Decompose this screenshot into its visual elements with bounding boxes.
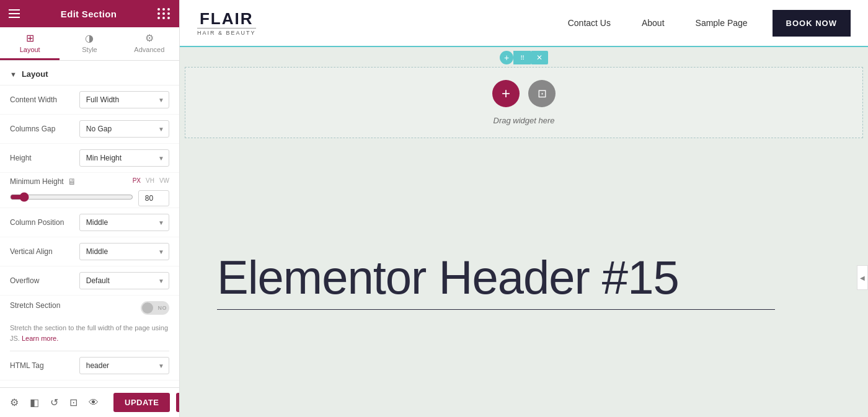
overflow-row: Overflow Default Hidden ▼ [0,266,179,296]
advanced-tab-icon: ⚙ [145,33,154,43]
section-toolbar: + ⠿ ✕ [180,47,868,67]
empty-section-buttons: + ⊡ [492,80,556,107]
minimum-height-slider[interactable] [10,192,133,202]
style-tab-icon: ◑ [85,33,94,43]
columns-gap-select-wrap: No Gap Narrow Default ▼ [79,120,169,138]
html-tag-label: HTML Tag [10,361,74,370]
column-position-label: Column Position [10,218,74,227]
overflow-select[interactable]: Default Hidden [79,272,169,289]
nav-link-about[interactable]: About [636,18,671,28]
vertical-align-select-wrap: Top Middle Bottom ▼ [79,243,169,260]
layout-tab-icon: ⊞ [26,33,34,43]
columns-gap-label: Columns Gap [10,125,74,133]
add-widget-button[interactable]: + [492,80,520,107]
height-select[interactable]: Default Fit to Screen Min Height [79,149,169,167]
tab-advanced-label: Advanced [134,46,164,53]
update-button[interactable]: UPDATE [113,393,170,412]
vertical-align-row: Vertical Align Top Middle Bottom ▼ [0,237,179,266]
layers-icon[interactable]: ◧ [27,394,42,411]
height-select-wrap: Default Fit to Screen Min Height ▼ [79,149,169,167]
nav-link-contact[interactable]: Contact Us [562,18,617,28]
content-width-row: Content Width Full Width Boxed ▼ [0,86,179,115]
html-tag-select[interactable]: header div footer main article section a… [79,357,169,374]
tab-advanced[interactable]: ⚙ Advanced [120,27,179,60]
height-label: Height [10,154,74,162]
history-icon[interactable]: ↺ [48,394,61,411]
stretch-section-row: Stretch Section NO [0,296,179,320]
panel-tabs: ⊞ Layout ◑ Style ⚙ Advanced [0,27,179,61]
column-position-row: Column Position Top Middle Bottom ▼ [0,208,179,237]
chevron-down-icon: ▼ [10,71,17,78]
unit-vw[interactable]: VW [159,177,169,184]
html-tag-row: HTML Tag header div footer main article … [0,351,179,380]
minimum-height-row: Minimum Height 🖥 PX VH VW [0,173,179,208]
learn-more-link[interactable]: Learn more. [22,335,58,342]
columns-gap-row: Columns Gap No Gap Narrow Default ▼ [0,115,179,144]
columns-gap-select[interactable]: No Gap Narrow Default [79,120,169,138]
content-width-select-wrap: Full Width Boxed ▼ [79,91,169,108]
stretch-hint-text: Stretch the section to the full width of… [0,320,179,351]
hamburger-menu-icon[interactable] [9,9,20,18]
monitor-icon: 🖥 [68,177,76,187]
layout-heading-label: Layout [22,69,48,79]
column-position-select-wrap: Top Middle Bottom ▼ [79,214,169,231]
minimum-height-label: Minimum Height [10,177,64,186]
tab-layout[interactable]: ⊞ Layout [0,27,60,60]
collapse-panel-button[interactable]: ◀ [857,265,868,290]
site-logo: FLAIR HAIR & BEAUTY [197,11,256,36]
overflow-label: Overflow [10,276,74,285]
move-section-button[interactable]: ⠿ [513,51,531,64]
drag-hint-text: Drag widget here [494,116,555,125]
vertical-align-label: Vertical Align [10,247,74,256]
stretch-section-label: Stretch Section [10,301,136,310]
content-width-label: Content Width [10,95,74,104]
minimum-height-input[interactable] [138,190,169,206]
preview-icon[interactable]: 👁 [86,395,101,411]
panel-bottom-toolbar: ⚙ ◧ ↺ ⊡ 👁 UPDATE ▲ [0,387,179,417]
html-tag-select-wrap: header div footer main article section a… [79,357,169,374]
toggle-knob [142,302,153,314]
content-width-select[interactable]: Full Width Boxed [79,91,169,108]
empty-section: + ⊡ Drag widget here [185,67,863,138]
main-content-section: Elementor Header #15 ◀ [180,138,868,417]
left-panel: Edit Section ⊞ Layout ◑ Style ⚙ Advanced… [0,0,180,417]
toggle-no-label: NO [158,305,167,311]
column-position-select[interactable]: Top Middle Bottom [79,214,169,231]
logo-title: FLAIR [200,11,254,27]
nav-link-sample[interactable]: Sample Page [689,18,754,28]
main-underline [217,309,775,310]
settings-icon[interactable]: ⚙ [7,394,21,411]
tab-layout-label: Layout [20,46,40,53]
panel-content: ▼ Layout Content Width Full Width Boxed … [0,61,179,387]
main-area: FLAIR HAIR & BEAUTY Contact Us About Sam… [180,0,868,417]
tab-style-label: Style [82,46,97,53]
responsive-icon[interactable]: ⊡ [67,394,80,411]
overflow-select-wrap: Default Hidden ▼ [79,272,169,289]
unit-px[interactable]: PX [133,177,141,184]
add-section-button[interactable]: + [500,51,513,64]
panel-title: Edit Section [61,9,117,19]
grid-menu-icon[interactable] [157,8,170,19]
unit-vh[interactable]: VH [146,177,154,184]
tab-style[interactable]: ◑ Style [60,27,119,60]
logo-separator [197,28,256,29]
add-template-button[interactable]: ⊡ [528,80,556,107]
stretch-section-toggle[interactable]: NO [141,301,169,315]
logo-subtitle: HAIR & BEAUTY [197,30,256,36]
height-row: Height Default Fit to Screen Min Height … [0,144,179,173]
site-navbar: FLAIR HAIR & BEAUTY Contact Us About Sam… [180,0,868,47]
vertical-align-select[interactable]: Top Middle Bottom [79,243,169,260]
book-now-button[interactable]: BOOK NOW [773,10,851,37]
close-section-button[interactable]: ✕ [531,51,548,64]
layout-section-heading: ▼ Layout [0,61,179,86]
panel-header: Edit Section [0,0,179,27]
main-heading: Elementor Header #15 [217,252,831,304]
